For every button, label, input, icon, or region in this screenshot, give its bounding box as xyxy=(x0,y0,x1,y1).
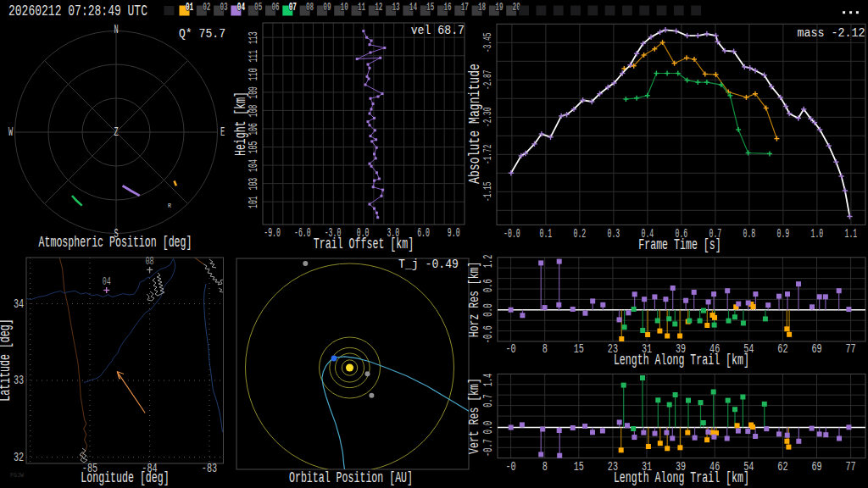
svg-text:15: 15 xyxy=(426,2,434,14)
svg-text:-9.0: -9.0 xyxy=(264,226,281,240)
svg-text:77: 77 xyxy=(846,341,856,357)
svg-text:Z: Z xyxy=(114,125,118,139)
svg-text:19: 19 xyxy=(495,2,503,14)
svg-text:32: 32 xyxy=(14,450,24,465)
svg-text:-6.0: -6.0 xyxy=(294,226,311,240)
svg-text:15: 15 xyxy=(574,341,584,357)
svg-text:103: 103 xyxy=(247,178,260,191)
svg-text:13: 13 xyxy=(392,2,400,14)
svg-text:-2.30: -2.30 xyxy=(482,108,495,128)
svg-text:14: 14 xyxy=(409,2,417,14)
svg-text:W: W xyxy=(8,125,14,139)
svg-text:Trail Offset [km]: Trail Offset [km] xyxy=(314,236,414,252)
svg-text:-1.72: -1.72 xyxy=(482,145,495,165)
svg-text:69: 69 xyxy=(811,341,821,357)
svg-text:Frame Time [s]: Frame Time [s] xyxy=(638,236,721,253)
svg-text:N: N xyxy=(114,23,118,36)
svg-text:-3.45: -3.45 xyxy=(482,33,495,53)
svg-text:-0: -0 xyxy=(506,341,516,357)
svg-text:06: 06 xyxy=(271,2,279,14)
svg-text:0.1: 0.1 xyxy=(540,227,553,241)
svg-text:Longitude [deg]: Longitude [deg] xyxy=(81,469,169,486)
svg-text:1.0: 1.0 xyxy=(811,227,824,241)
svg-text:Absolute Magnitude: Absolute Magnitude xyxy=(466,64,483,184)
svg-text:-2.87: -2.87 xyxy=(482,70,495,91)
svg-text:-0.7: -0.7 xyxy=(481,439,495,457)
svg-text:8: 8 xyxy=(542,341,548,357)
svg-text:Vert Res [km]: Vert Res [km] xyxy=(466,378,482,454)
svg-text:0.2: 0.2 xyxy=(574,227,587,241)
svg-text:08: 08 xyxy=(146,256,154,268)
svg-text:104: 104 xyxy=(247,159,260,172)
svg-text:1.4: 1.4 xyxy=(481,374,495,387)
svg-text:111: 111 xyxy=(247,50,260,63)
svg-text:20260212 07:28:49 UTC: 20260212 07:28:49 UTC xyxy=(8,2,147,20)
svg-text:0.3: 0.3 xyxy=(608,227,620,241)
svg-text:16: 16 xyxy=(443,2,451,14)
svg-text:0.9: 0.9 xyxy=(777,227,790,241)
svg-text:18: 18 xyxy=(478,2,486,14)
svg-text:09: 09 xyxy=(323,2,331,14)
svg-text:0.8: 0.8 xyxy=(743,227,756,241)
svg-text:-83: -83 xyxy=(202,461,217,476)
svg-text:34: 34 xyxy=(14,297,24,312)
svg-text:01: 01 xyxy=(186,2,193,14)
svg-text:69: 69 xyxy=(811,459,821,474)
svg-text:0.0: 0.0 xyxy=(481,421,495,435)
svg-text:mass -2.12: mass -2.12 xyxy=(798,25,865,41)
svg-text:02: 02 xyxy=(203,2,210,14)
svg-text:E: E xyxy=(220,125,225,139)
svg-text:17: 17 xyxy=(461,2,469,14)
svg-text:10: 10 xyxy=(341,2,348,14)
svg-text:Atmospheric Position [deg]: Atmospheric Position [deg] xyxy=(39,234,192,251)
svg-text:Latitude [deg]: Latitude [deg] xyxy=(0,319,14,401)
svg-text:113: 113 xyxy=(247,31,260,44)
svg-text:07: 07 xyxy=(289,2,297,14)
svg-text:62: 62 xyxy=(777,341,787,357)
svg-text:12: 12 xyxy=(375,2,382,14)
svg-text:-0: -0 xyxy=(506,459,516,474)
svg-text:101: 101 xyxy=(247,196,260,208)
svg-text:11: 11 xyxy=(358,2,365,14)
svg-text:Horz Res [km]: Horz Res [km] xyxy=(466,262,482,338)
svg-text:-0.0: -0.0 xyxy=(504,227,520,241)
svg-text:15: 15 xyxy=(574,459,584,474)
svg-text:R: R xyxy=(168,202,171,209)
svg-text:6.0: 6.0 xyxy=(417,226,430,240)
svg-text:03: 03 xyxy=(220,2,228,14)
svg-text:Q* 75.7: Q* 75.7 xyxy=(179,26,225,42)
svg-text:77: 77 xyxy=(846,459,856,474)
svg-text:9.0: 9.0 xyxy=(448,226,460,240)
svg-text:8: 8 xyxy=(542,459,548,474)
svg-text:Height [km]: Height [km] xyxy=(232,92,249,156)
svg-text:05: 05 xyxy=(254,2,262,14)
svg-text:0.0: 0.0 xyxy=(481,303,495,317)
svg-text:1.2: 1.2 xyxy=(481,255,495,269)
svg-text:0.6: 0.6 xyxy=(481,279,495,292)
svg-text:110: 110 xyxy=(247,68,260,80)
svg-text:T_j -0.49: T_j -0.49 xyxy=(398,257,459,272)
svg-text:Length Along Trail [km]: Length Along Trail [km] xyxy=(614,469,749,486)
svg-text:04: 04 xyxy=(237,2,245,14)
svg-text:vel 68.7: vel 68.7 xyxy=(411,23,465,38)
svg-text:-0.6: -0.6 xyxy=(481,325,495,343)
svg-text:FGJW: FGJW xyxy=(10,472,25,479)
svg-text:62: 62 xyxy=(777,459,787,474)
svg-text:-1.15: -1.15 xyxy=(482,182,495,202)
svg-text:Orbital Position [AU]: Orbital Position [AU] xyxy=(289,469,413,486)
svg-text:0.7: 0.7 xyxy=(481,394,495,408)
svg-text:04: 04 xyxy=(103,276,111,288)
svg-text:33: 33 xyxy=(14,373,24,388)
svg-text:Length Along Trail [km]: Length Along Trail [km] xyxy=(614,352,749,369)
svg-text:1.1: 1.1 xyxy=(845,227,858,241)
svg-text:08: 08 xyxy=(306,2,314,14)
